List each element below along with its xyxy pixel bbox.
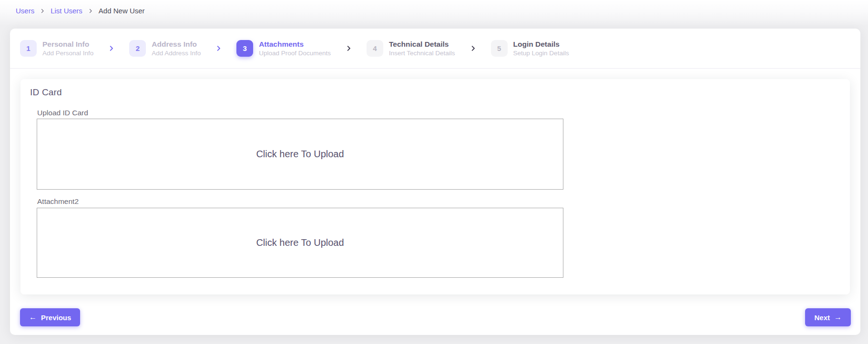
step-subtitle: Setup Login Details xyxy=(513,50,569,57)
step-text: Technical Details Insert Technical Detai… xyxy=(389,40,455,57)
step-subtitle: Insert Technical Details xyxy=(389,50,455,57)
id-card-section: ID Card Upload ID Card Click here To Upl… xyxy=(20,79,850,294)
dropzone-hint-text: Click here To Upload xyxy=(256,237,344,248)
step-login-details[interactable]: 5 Login Details Setup Login Details xyxy=(491,40,569,57)
step-subtitle: Upload Proof Documents xyxy=(259,50,331,57)
next-button[interactable]: Next → xyxy=(805,308,851,326)
step-title: Address Info xyxy=(152,40,201,49)
upload-id-card-dropzone[interactable]: Click here To Upload xyxy=(37,119,563,190)
step-title: Personal Info xyxy=(42,40,93,49)
section-title: ID Card xyxy=(30,87,62,98)
chevron-right-icon xyxy=(40,8,45,14)
arrow-right-icon: → xyxy=(834,314,842,321)
chevron-right-icon xyxy=(215,45,222,52)
add-user-wizard: 1 Personal Info Add Personal Info 2 Addr… xyxy=(10,29,860,335)
breadcrumb-current-page: Add New User xyxy=(99,7,145,15)
chevron-right-icon xyxy=(470,45,477,52)
attachment2-dropzone[interactable]: Click here To Upload xyxy=(37,208,563,278)
step-text: Attachments Upload Proof Documents xyxy=(259,40,331,57)
wizard-stepper: 1 Personal Info Add Personal Info 2 Addr… xyxy=(10,29,860,69)
step-text: Personal Info Add Personal Info xyxy=(42,40,93,57)
step-text: Login Details Setup Login Details xyxy=(513,40,569,57)
step-address-info[interactable]: 2 Address Info Add Address Info xyxy=(129,40,201,57)
next-button-label: Next xyxy=(814,314,830,322)
step-number-badge: 3 xyxy=(236,40,253,57)
arrow-left-icon: ← xyxy=(29,314,37,321)
step-subtitle: Add Personal Info xyxy=(42,50,93,57)
step-text: Address Info Add Address Info xyxy=(152,40,201,57)
dropzone-hint-text: Click here To Upload xyxy=(256,149,344,160)
chevron-right-icon xyxy=(108,45,115,52)
step-technical-details[interactable]: 4 Technical Details Insert Technical Det… xyxy=(367,40,455,57)
step-number-badge: 2 xyxy=(129,40,146,57)
upload-id-card-label: Upload ID Card xyxy=(37,109,88,117)
breadcrumb: Users List Users Add New User xyxy=(16,7,145,15)
attachment2-label: Attachment2 xyxy=(37,197,79,206)
step-title: Technical Details xyxy=(389,40,455,49)
step-personal-info[interactable]: 1 Personal Info Add Personal Info xyxy=(20,40,93,57)
step-number-badge: 4 xyxy=(367,40,383,57)
chevron-right-icon xyxy=(88,8,93,14)
step-attachments[interactable]: 3 Attachments Upload Proof Documents xyxy=(236,40,331,57)
step-subtitle: Add Address Info xyxy=(152,50,201,57)
step-number-badge: 5 xyxy=(491,40,508,57)
breadcrumb-link-list-users[interactable]: List Users xyxy=(51,7,82,15)
step-number-badge: 1 xyxy=(20,40,37,57)
step-title: Attachments xyxy=(259,40,331,49)
step-title: Login Details xyxy=(513,40,569,49)
previous-button-label: Previous xyxy=(41,314,71,322)
breadcrumb-link-users[interactable]: Users xyxy=(16,7,34,15)
chevron-right-icon xyxy=(345,45,352,52)
previous-button[interactable]: ← Previous xyxy=(20,308,80,326)
